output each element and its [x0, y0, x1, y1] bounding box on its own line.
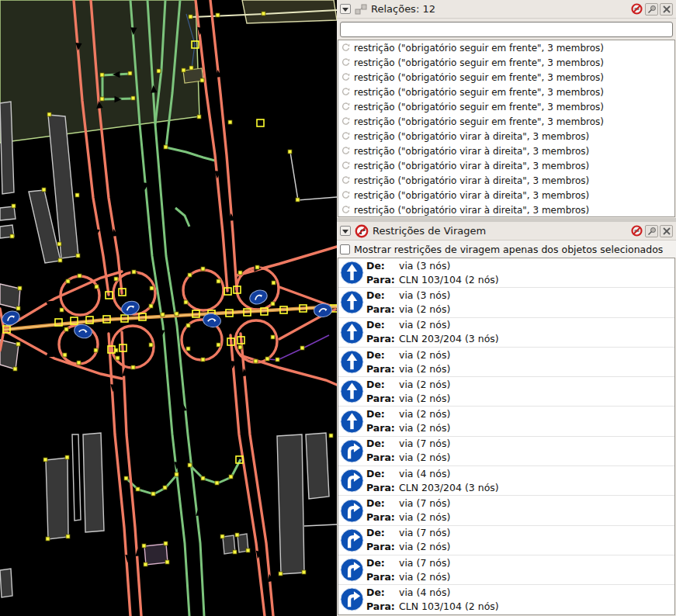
- only-straight-on-icon: [340, 320, 364, 344]
- from-label: De:: [366, 259, 399, 273]
- relation-icon: [341, 205, 351, 215]
- relation-item-label: restrição ("obrigatório virar à direita"…: [354, 146, 589, 157]
- from-label: De:: [366, 437, 399, 451]
- relation-item-label: restrição ("obrigatório virar à direita"…: [354, 161, 589, 171]
- to-value: CLN 203/204 (3 nós): [399, 481, 499, 495]
- to-value: CLN 203/204 (3 nós): [399, 332, 499, 346]
- to-label: Para:: [366, 421, 399, 435]
- relation-list-item[interactable]: restrição ("obrigatório virar à direita"…: [338, 158, 674, 173]
- relation-list-item[interactable]: restrição ("obrigatório seguir em frente…: [338, 70, 674, 85]
- side-panels: Relações: 12: [337, 0, 676, 616]
- only-straight-on-icon: [340, 410, 364, 434]
- relation-icon: [341, 146, 351, 156]
- turn-restriction-item[interactable]: De: via (7 nós) Para: via (2 nós): [338, 526, 674, 555]
- to-label: Para:: [366, 540, 399, 554]
- map-view[interactable]: [0, 0, 337, 616]
- relation-list-item[interactable]: restrição ("obrigatório virar à direita"…: [338, 202, 674, 217]
- relation-list-item[interactable]: restrição ("obrigatório seguir em frente…: [338, 55, 674, 70]
- relation-list-item[interactable]: restrição ("obrigatório seguir em frente…: [338, 40, 674, 55]
- relation-list-item[interactable]: restrição ("obrigatório virar à direita"…: [338, 188, 674, 202]
- relation-icon: [341, 72, 351, 82]
- close-button[interactable]: [660, 3, 673, 16]
- to-label: Para:: [366, 510, 399, 524]
- map-canvas[interactable]: [0, 0, 337, 616]
- only-right-turn-icon: [340, 587, 364, 611]
- to-label: Para:: [366, 273, 399, 287]
- relation-list-item[interactable]: restrição ("obrigatório seguir em frente…: [338, 114, 674, 129]
- dock-pin-button[interactable]: [645, 3, 658, 16]
- dock-pin-button[interactable]: [645, 225, 658, 237]
- only-right-turn-icon: [340, 439, 364, 463]
- to-label: Para:: [366, 332, 399, 346]
- close-button[interactable]: [660, 225, 673, 237]
- turn-restriction-item[interactable]: De: via (2 nós) Para: via (2 nós): [338, 407, 674, 436]
- relation-icon: [341, 190, 351, 200]
- turn-restriction-item[interactable]: De: via (4 nós) Para: CLN 203/204 (3 nós…: [338, 466, 674, 496]
- from-value: via (4 nós): [399, 586, 450, 600]
- relation-item-label: restrição ("obrigatório seguir em frente…: [354, 72, 604, 83]
- to-label: Para:: [366, 303, 399, 317]
- turn-restrictions-panel-title: Restrições de Viragem: [373, 225, 626, 237]
- no-right-turn-icon: [355, 224, 369, 238]
- turn-restriction-item[interactable]: De: via (7 nós) Para: via (2 nós): [338, 555, 674, 585]
- josm-window: Relações: 12: [0, 0, 676, 616]
- to-label: Para:: [366, 570, 399, 584]
- to-value: via (2 nós): [399, 570, 450, 584]
- only-right-turn-icon: [340, 469, 364, 493]
- from-value: via (4 nós): [399, 467, 450, 481]
- collapse-arrow-icon[interactable]: [340, 4, 351, 14]
- relation-item-label: restrição ("obrigatório virar à direita"…: [354, 131, 589, 142]
- turn-restriction-item[interactable]: De: via (3 nós) Para: CLN 103/104 (2 nós…: [338, 258, 674, 288]
- from-value: via (7 nós): [399, 437, 450, 451]
- relations-list[interactable]: restrição ("obrigatório seguir em frente…: [338, 40, 675, 217]
- to-label: Para:: [366, 600, 399, 614]
- from-value: via (7 nós): [399, 497, 450, 510]
- turn-restrictions-list[interactable]: De: via (3 nós) Para: CLN 103/104 (2 nós…: [338, 258, 675, 615]
- from-label: De:: [366, 318, 399, 332]
- hide-button[interactable]: [630, 225, 643, 237]
- turn-restriction-item[interactable]: De: via (7 nós) Para: via (2 nós): [338, 437, 674, 466]
- turn-restriction-item[interactable]: De: via (7 nós) Para: via (2 nós): [338, 496, 674, 525]
- to-value: via (2 nós): [399, 303, 450, 317]
- turn-restriction-item[interactable]: De: via (4 nós) Para: CLN 103/104 (2 nós…: [338, 585, 674, 614]
- turn-restriction-item[interactable]: De: via (2 nós) Para: via (2 nós): [338, 377, 674, 407]
- relations-panel-header: Relações: 12: [337, 0, 676, 19]
- relation-icon: [341, 43, 351, 53]
- only-straight-on-icon: [340, 350, 364, 374]
- turn-restriction-item[interactable]: De: via (2 nós) Para: CLN 203/204 (3 nós…: [338, 318, 674, 348]
- turn-restriction-item[interactable]: De: via (3 nós) Para: via (2 nós): [338, 288, 674, 317]
- collapse-arrow-icon[interactable]: [340, 226, 351, 236]
- only-straight-on-icon: [340, 261, 364, 285]
- relation-icon: [341, 131, 351, 141]
- relation-list-item[interactable]: restrição ("obrigatório virar à direita"…: [338, 144, 674, 158]
- relation-item-label: restrição ("obrigatório seguir em frente…: [354, 102, 604, 112]
- relation-item-label: restrição ("obrigatório seguir em frente…: [354, 87, 604, 98]
- from-label: De:: [366, 378, 399, 392]
- show-selected-only-row: Mostrar restrições de viragem apenas dos…: [337, 241, 676, 258]
- relation-icon: [341, 116, 351, 126]
- to-value: via (2 nós): [399, 540, 450, 554]
- relation-icon: [341, 87, 351, 97]
- relation-list-item[interactable]: restrição ("obrigatório seguir em frente…: [338, 99, 674, 114]
- show-selected-only-checkbox[interactable]: [340, 244, 350, 254]
- turn-restriction-item[interactable]: De: via (2 nós) Para: via (2 nós): [338, 348, 674, 377]
- to-label: Para:: [366, 392, 399, 406]
- to-value: via (2 nós): [399, 451, 450, 465]
- only-straight-on-icon: [340, 379, 364, 403]
- from-label: De:: [366, 467, 399, 481]
- relation-list-item[interactable]: restrição ("obrigatório virar à direita"…: [338, 129, 674, 144]
- from-label: De:: [366, 497, 399, 510]
- to-label: Para:: [366, 451, 399, 465]
- from-value: via (3 nós): [399, 289, 450, 303]
- from-label: De:: [366, 586, 399, 600]
- relation-list-item[interactable]: restrição ("obrigatório virar à direita"…: [338, 173, 674, 188]
- relation-item-label: restrição ("obrigatório virar à direita"…: [354, 205, 589, 216]
- only-straight-on-icon: [340, 290, 364, 314]
- relations-panel: Relações: 12: [337, 0, 676, 218]
- relations-panel-title: Relações: 12: [371, 3, 626, 15]
- from-label: De:: [366, 348, 399, 362]
- relations-filter-input[interactable]: [340, 22, 673, 37]
- show-selected-only-label: Mostrar restrições de viragem apenas dos…: [354, 244, 663, 255]
- hide-button[interactable]: [630, 3, 643, 16]
- relation-list-item[interactable]: restrição ("obrigatório seguir em frente…: [338, 85, 674, 99]
